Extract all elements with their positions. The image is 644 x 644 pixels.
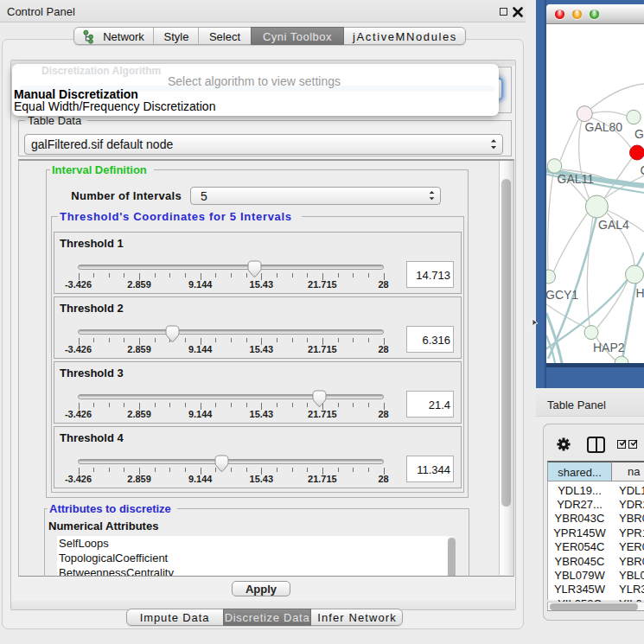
svg-text:C: C xyxy=(641,163,644,177)
svg-text:H: H xyxy=(636,286,644,300)
svg-text:GAL80: GAL80 xyxy=(585,120,623,134)
svg-text:GCY1: GCY1 xyxy=(545,288,578,302)
svg-text:GA: GA xyxy=(634,127,644,141)
svg-text:GAL11: GAL11 xyxy=(558,172,595,186)
svg-text:GAL4: GAL4 xyxy=(598,218,629,232)
svg-text:HAP2: HAP2 xyxy=(593,341,625,354)
